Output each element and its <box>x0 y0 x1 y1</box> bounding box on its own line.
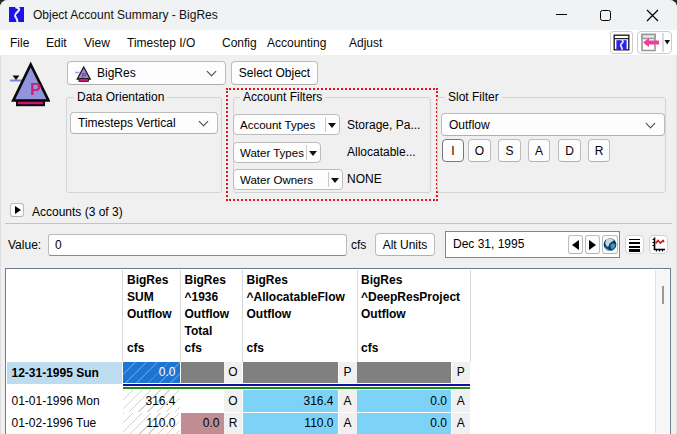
svg-text:P: P <box>30 81 41 98</box>
svg-text:P: P <box>82 70 88 79</box>
